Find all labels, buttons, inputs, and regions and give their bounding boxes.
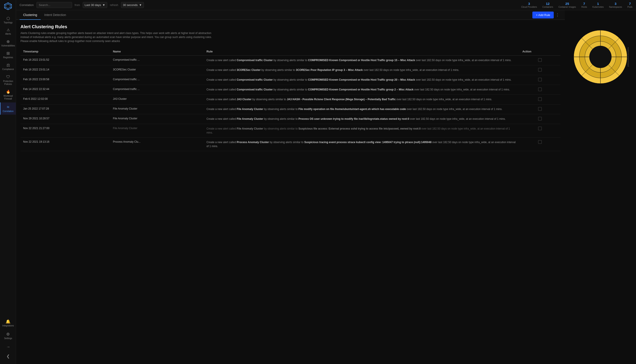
tab-clustering[interactable]: Clustering [20, 10, 41, 20]
sidebar-item-integrations[interactable]: 🔔 Integrations [1, 317, 15, 329]
cell-action [520, 138, 560, 151]
cell-name: Compromised traffic ... [110, 75, 204, 85]
stat-pods: 7 Pods [627, 2, 632, 8]
cell-action [520, 114, 560, 124]
cell-rule: Create a new alert called File Anomaly C… [204, 124, 520, 138]
cell-name: File Anomaly Cluster [110, 124, 204, 138]
table-row: Nov 22 2021 21:27:00File Anomaly Cluster… [21, 124, 560, 138]
cell-name: File Anomaly Cluster [110, 104, 204, 114]
sidebar-item-vulnerabilities[interactable]: ⊕ Vulnerabilities [0, 37, 16, 49]
chevron-down-icon: ▼ [102, 3, 105, 7]
compliance-icon: ⚖ [7, 63, 10, 67]
protection-policies-icon: 🛡 [6, 75, 10, 79]
sidebar-item-collapse[interactable]: ❮ [1, 352, 15, 360]
cell-timestamp: Feb 14 2022 22:32:44 [21, 85, 110, 95]
cell-name: File Anomaly Cluster [110, 114, 204, 124]
sidebar-item-alerts[interactable]: ⚠ Alerts [0, 26, 16, 37]
cell-name: Compromised traffic ... [110, 56, 204, 65]
cell-timestamp: Nov 22 2021 19:13:16 [21, 138, 110, 151]
cell-action [520, 75, 560, 85]
sidebar-item-correlation[interactable]: ≈ Correlation [0, 102, 16, 115]
main-content: Clustering Intent Detection + Add Rule ⋮… [16, 10, 565, 364]
integrations-icon: 🔔 [6, 320, 11, 324]
rule-checkbox[interactable] [538, 88, 542, 91]
vulnerabilities-icon: ⊕ [7, 40, 10, 44]
sidebar-item-topology[interactable]: ⬡ Topology [0, 14, 16, 26]
cell-action [520, 85, 560, 95]
col-name: Name [110, 48, 204, 56]
sidebar-item-compliance[interactable]: ⚖ Compliance [0, 61, 16, 73]
stat-kubernetes: 1 Kubernetes [592, 2, 604, 8]
cell-action [520, 95, 560, 104]
correlation-icon: ≈ [7, 105, 9, 109]
rule-checkbox[interactable] [538, 117, 542, 120]
chart-panel: mediumCompromised [565, 10, 636, 364]
cell-action [520, 104, 560, 114]
topbar: Correlation from Last 30 days ▼ refresh … [16, 0, 636, 10]
table-row: Feb 16 2022 23:01:143CORESec ClusterCrea… [21, 65, 560, 75]
cell-rule: Create a new alert called Compromised tr… [204, 85, 520, 95]
rule-checkbox[interactable] [538, 58, 542, 62]
tab-intent-detection[interactable]: Intent Detection [41, 10, 70, 20]
cell-timestamp: Feb 6 2022 12:02:00 [21, 95, 110, 104]
page-description: Alerts Clustering rules enable grouping … [21, 31, 221, 43]
date-range-select[interactable]: Last 30 days ▼ [83, 2, 107, 8]
sidebar-item-workload-firewall[interactable]: 🔥 Workload Firewall [0, 88, 16, 102]
cell-name: 3CORESec Cluster [110, 65, 204, 75]
cell-timestamp: Feb 16 2022 23:01:52 [21, 56, 110, 65]
table-row: Feb 16 2022 23:01:52Compromised traffic … [21, 56, 560, 65]
cell-rule: Create a new alert called JA3 Cluster by… [204, 95, 520, 104]
table-row: Feb 14 2022 22:32:44Compromised traffic … [21, 85, 560, 95]
alerts-icon: ⚠ [7, 28, 10, 32]
svg-marker-1 [6, 4, 10, 8]
chevron-down-icon-2: ▼ [139, 3, 142, 7]
table-row: Nov 22 2021 19:13:16Process Anomaly Clu.… [21, 138, 560, 151]
from-label: from [75, 4, 80, 7]
stat-namespaces: 3 Namespaces [609, 2, 622, 8]
rule-checkbox[interactable] [538, 97, 542, 101]
logo[interactable] [4, 2, 13, 11]
add-rule-button[interactable]: + Add Rule [532, 12, 554, 18]
search-input[interactable] [37, 2, 72, 8]
collapse-icon: ❮ [7, 354, 10, 358]
sidebar-item-registries[interactable]: ⊞ Registries [0, 49, 16, 61]
sidebar-item-settings[interactable]: ⚙ Settings [1, 330, 15, 342]
col-rule: Rule [204, 48, 520, 56]
cell-rule: Create a new alert called Process Anomal… [204, 138, 520, 151]
content-area: Clustering Intent Detection + Add Rule ⋮… [16, 10, 636, 364]
chart-label: mediumCompromised [627, 47, 629, 67]
table-row: Feb 6 2022 12:02:00JA3 ClusterCreate a n… [21, 95, 560, 104]
col-timestamp: Timestamp [21, 48, 110, 56]
cell-rule: Create a new alert called Compromised tr… [204, 56, 520, 65]
cell-action [520, 124, 560, 138]
rule-checkbox[interactable] [538, 78, 542, 81]
rule-checkbox[interactable] [538, 107, 542, 111]
cell-name: Process Anomaly Clu... [110, 138, 204, 151]
cell-timestamp: Nov 29 2021 10:28:57 [21, 114, 110, 124]
topbar-section-label: Correlation [20, 3, 34, 7]
table-row: Feb 16 2022 23:00:58Compromised traffic … [21, 75, 560, 85]
refresh-interval-select[interactable]: 30 seconds ▼ [121, 2, 144, 8]
more-options-button[interactable]: ⋮ [554, 12, 561, 18]
cell-rule: Create a new alert called File Anomaly C… [204, 114, 520, 124]
cell-name: JA3 Cluster [110, 95, 204, 104]
cell-rule: Create a new alert called 3CORESec Clust… [204, 65, 520, 75]
cell-action [520, 56, 560, 65]
page-body: Alert Clustering Rules Alerts Clustering… [16, 20, 565, 364]
page-title: Alert Clustering Rules [21, 24, 560, 29]
sidebar: ⬡ Topology ⚠ Alerts ⊕ Vulnerabilities ⊞ … [0, 0, 16, 364]
rule-checkbox[interactable] [538, 68, 542, 72]
cell-timestamp: Nov 22 2021 21:27:00 [21, 124, 110, 138]
rule-checkbox[interactable] [538, 140, 542, 144]
cell-action [520, 65, 560, 75]
sidebar-item-protection-policies[interactable]: 🛡 Protection Policies [0, 73, 16, 88]
rules-table: Timestamp Name Rule Action Feb 16 2022 2… [21, 48, 560, 151]
rule-checkbox[interactable] [538, 127, 542, 130]
stat-container-images: 25 Container Images [558, 2, 576, 8]
table-row: Jan 25 2022 17:07:28File Anomaly Cluster… [21, 104, 560, 114]
sidebar-item-export[interactable]: → [1, 343, 15, 351]
cell-timestamp: Jan 25 2022 17:07:28 [21, 104, 110, 114]
col-action: Action [520, 48, 560, 56]
cell-rule: Create a new alert called File Anomaly C… [204, 104, 520, 114]
workload-firewall-icon: 🔥 [6, 90, 11, 94]
